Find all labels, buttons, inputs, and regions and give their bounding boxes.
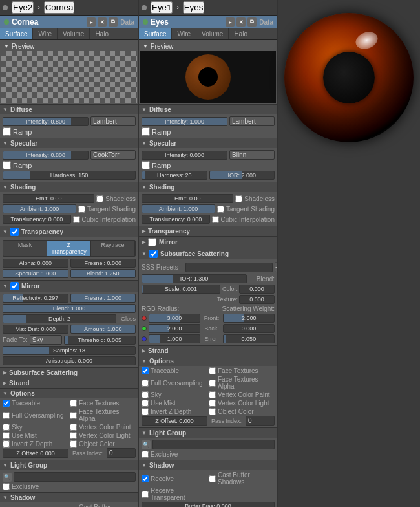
left-tab-wire[interactable]: Wire: [33, 28, 58, 39]
left-specular-intensity-slider[interactable]: Intensity: 0.800: [3, 151, 89, 160]
left-specular-ramp-check[interactable]: [3, 161, 11, 169]
left-mat-icon-x[interactable]: ✕: [98, 17, 107, 27]
middle-castbuf-input[interactable]: [209, 475, 216, 482]
left-mist-check[interactable]: Use Mist: [3, 432, 68, 439]
middle-objcolor-check[interactable]: Object Color: [209, 408, 275, 415]
middle-mist-check[interactable]: Use Mist: [142, 400, 207, 407]
left-trans-tab-z[interactable]: Z Transparency: [47, 241, 91, 256]
left-aniso-slider[interactable]: Anisotropic: 0.000: [3, 356, 136, 365]
middle-sss-check[interactable]: [149, 250, 158, 258]
middle-face-tex-input[interactable]: [209, 367, 216, 374]
left-blend-slider[interactable]: Blend: 1.250: [70, 269, 136, 278]
left-reflect-slider[interactable]: Reflectivity: 0.297: [3, 294, 68, 303]
left-tangent-input[interactable]: [78, 206, 85, 213]
left-sky-input[interactable]: [3, 424, 10, 431]
left-lightgrp-input[interactable]: [14, 472, 136, 482]
left-diffuse-intensity-slider[interactable]: Intensity: 0.800: [3, 117, 89, 126]
middle-transparency-header[interactable]: ▶ Transparency: [139, 226, 277, 236]
middle-diffuse-shader-select[interactable]: Lambert: [229, 116, 275, 126]
middle-exclusive-input[interactable]: [142, 451, 149, 458]
left-face-alpha-input[interactable]: [70, 412, 77, 419]
left-objcolor-check[interactable]: Object Color: [70, 440, 136, 448]
middle-diffuse-intensity-slider[interactable]: Intensity: 1.000: [142, 117, 227, 126]
left-vcpaint-input[interactable]: [70, 424, 77, 431]
middle-strand-header[interactable]: ▶ Strand: [139, 345, 277, 356]
middle-sss-texture-slider[interactable]: 0.000: [239, 295, 275, 304]
middle-mirror-header[interactable]: ▶ Mirror: [139, 236, 277, 248]
middle-mirror-check[interactable]: [148, 238, 156, 246]
left-mat-icon-f[interactable]: F: [87, 17, 96, 27]
left-vclight-input[interactable]: [70, 432, 77, 439]
middle-tab-halo[interactable]: Halo: [229, 28, 253, 39]
middle-castbuf-check[interactable]: Cast Buffer Shadows: [209, 471, 275, 486]
middle-rectrans-input[interactable]: [142, 491, 149, 498]
middle-sss-color-slider[interactable]: 0.000: [239, 285, 275, 294]
middle-specular-header[interactable]: ▼ Specular: [139, 138, 277, 148]
left-tangent-check[interactable]: Tangent Shading: [78, 206, 136, 213]
middle-sss-front-slider[interactable]: 2.000: [223, 314, 275, 323]
left-hardness-slider[interactable]: Hardness: 150: [3, 171, 136, 180]
middle-invz-check[interactable]: Invert Z Depth: [142, 408, 207, 415]
left-tab-halo[interactable]: Halo: [90, 28, 114, 39]
left-diffuse-ramp-check[interactable]: [3, 127, 11, 136]
middle-sss-header[interactable]: ▼ Subsurface Scattering: [139, 248, 277, 259]
left-mist-input[interactable]: [3, 432, 10, 439]
middle-ambient-slider[interactable]: Ambient: 1.000: [142, 204, 215, 213]
middle-shadeless-input[interactable]: [235, 195, 242, 202]
left-castbuf-check[interactable]: Cast Buffer Shadows: [70, 504, 136, 507]
middle-specular-ramp-check[interactable]: [142, 161, 150, 169]
middle-sss-error-slider[interactable]: 0.050: [223, 334, 275, 343]
left-amount-slider[interactable]: Amount: 1.000: [70, 325, 136, 334]
middle-specular-shader-select[interactable]: Blinn: [229, 150, 275, 160]
left-cubic-check[interactable]: Cubic Interpolation: [73, 216, 136, 223]
middle-tab-surface[interactable]: Surface: [139, 28, 172, 39]
middle-cubic-input[interactable]: [212, 216, 219, 223]
left-fullover-input[interactable]: [3, 412, 10, 419]
middle-sky-input[interactable]: [142, 391, 149, 398]
left-trans-tab-ray[interactable]: Raytrace: [91, 241, 135, 256]
middle-diffuse-ramp-check[interactable]: [142, 127, 150, 136]
left-tab-cornea[interactable]: Cornea: [44, 1, 75, 14]
middle-specular-intensity-slider[interactable]: Intensity: 0.000: [142, 151, 227, 160]
middle-options-header[interactable]: ▼ Options: [139, 356, 277, 366]
middle-tab-volume[interactable]: Volume: [196, 28, 229, 39]
middle-invz-input[interactable]: [142, 408, 149, 415]
middle-mat-icon-x[interactable]: ✕: [236, 17, 246, 27]
left-strand-header[interactable]: ▶ Strand: [0, 378, 138, 388]
left-specular-shader-select[interactable]: CookTorr: [90, 150, 136, 160]
middle-sss-b-slider[interactable]: 1.000: [149, 334, 200, 343]
left-traceable-input[interactable]: [3, 400, 10, 407]
middle-face-alpha-check[interactable]: Face Textures Alpha: [209, 376, 275, 390]
left-invz-check[interactable]: Invert Z Depth: [3, 440, 68, 448]
left-exclusive-input[interactable]: [3, 483, 10, 490]
middle-shadeless-check[interactable]: Shadeless: [235, 195, 275, 202]
left-exclusive-check[interactable]: Exclusive: [3, 483, 39, 490]
left-face-tex-check[interactable]: Face Textures: [70, 400, 136, 407]
middle-tab-wire[interactable]: Wire: [172, 28, 196, 39]
middle-sss-scale-slider[interactable]: Scale: 0.001: [142, 285, 220, 294]
middle-mist-input[interactable]: [142, 400, 149, 407]
middle-vclight-input[interactable]: [209, 400, 216, 407]
middle-mat-icon-copy[interactable]: ⧉: [247, 17, 257, 27]
middle-lightgrp-header[interactable]: ▼ Light Group: [139, 427, 277, 438]
left-shadeless-check[interactable]: Shadeless: [96, 195, 136, 202]
left-shadeless-input[interactable]: [96, 195, 103, 202]
left-invz-input[interactable]: [3, 440, 10, 448]
left-fullover-check[interactable]: Full Oversampling: [3, 408, 68, 422]
middle-bufbias-slider[interactable]: Buffer Bias: 0.000: [142, 502, 275, 507]
middle-objcolor-input[interactable]: [209, 408, 216, 415]
middle-exclusive-check[interactable]: Exclusive: [142, 451, 178, 458]
left-diffuse-header[interactable]: ▼ Diffuse: [0, 104, 138, 114]
middle-tangent-input[interactable]: [217, 206, 224, 213]
middle-zoffset-slider[interactable]: Z Offset: 0.000: [142, 416, 207, 426]
left-transparency-header[interactable]: ▼ Transparency: [0, 226, 138, 237]
left-trans-tab-mask[interactable]: Mask: [3, 241, 47, 256]
left-emit-slider[interactable]: Emit: 0.00: [3, 194, 94, 203]
middle-sss-back-slider[interactable]: 0.000: [223, 324, 275, 333]
left-cubic-input[interactable]: [73, 216, 80, 223]
left-passidx-input[interactable]: [107, 448, 136, 458]
middle-translucency-slider[interactable]: Translucency: 0.000: [142, 215, 210, 224]
left-mat-icon-copy[interactable]: ⧉: [109, 17, 118, 27]
left-receive-check[interactable]: Receive: [3, 504, 68, 507]
middle-vclight-check[interactable]: Vertex Color Light: [209, 400, 275, 407]
